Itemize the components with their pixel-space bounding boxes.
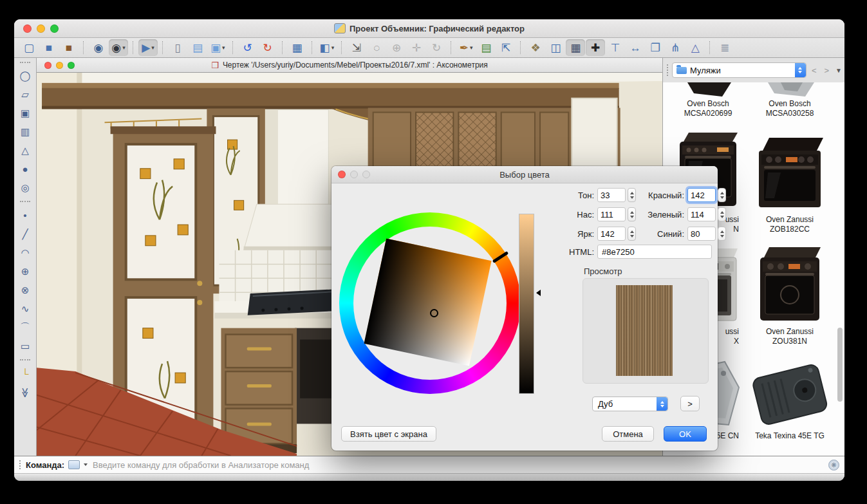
material-select-stepper[interactable] xyxy=(657,397,667,411)
zoom-button[interactable] xyxy=(50,24,59,33)
blue-field-stepper[interactable] xyxy=(718,227,726,241)
rectangle-tool-button[interactable]: ▭ xyxy=(17,339,33,353)
torus-tool-button[interactable]: ◎ xyxy=(17,180,33,195)
saturation-field[interactable] xyxy=(597,207,626,221)
cone-tool-button[interactable]: △ xyxy=(17,143,33,158)
close-button[interactable] xyxy=(23,24,32,33)
hue-field[interactable] xyxy=(597,188,626,202)
arc-tool-button[interactable]: ◠ xyxy=(17,245,33,260)
doc-minimize-button[interactable] xyxy=(56,62,63,69)
command-input[interactable] xyxy=(91,460,825,471)
panel-door-icon: ◫ xyxy=(550,42,561,53)
green-field[interactable] xyxy=(687,207,716,221)
command-history-icon[interactable] xyxy=(68,460,80,469)
ok-button[interactable]: OK xyxy=(664,426,707,442)
view-cube-button[interactable]: ◧▾ xyxy=(317,39,337,56)
point-tool-button[interactable]: • xyxy=(17,208,33,223)
saturation-field-stepper[interactable] xyxy=(628,207,636,221)
textured-cube-button[interactable]: ■ xyxy=(59,39,79,56)
object-height-button[interactable]: ⊤ xyxy=(606,39,625,56)
pick-color-from-screen-button[interactable]: Взять цвет с экрана xyxy=(341,426,436,442)
green-field-stepper[interactable] xyxy=(718,207,726,221)
tile-windows-button[interactable]: ▦ xyxy=(288,39,307,56)
box-tool-icon: ▣ xyxy=(21,107,30,119)
cylinder-tool-button[interactable]: ▥ xyxy=(17,124,33,139)
brightness-slider-marker[interactable] xyxy=(536,290,541,296)
library-item[interactable] xyxy=(751,238,828,328)
preview-label: Просмотр xyxy=(584,266,622,276)
wireframe-cube-button[interactable]: ▢ xyxy=(19,39,39,56)
copy-object-button[interactable]: ❐ xyxy=(646,39,665,56)
panel-door-button[interactable]: ◫ xyxy=(546,39,565,56)
object-width-button[interactable]: ↔ xyxy=(626,39,645,56)
dialog-zoom-button[interactable] xyxy=(362,171,370,178)
brightness-field-label: Ярк: xyxy=(566,229,594,239)
new-document-button[interactable]: ▯ xyxy=(168,39,187,56)
material-select[interactable]: Дуб xyxy=(592,397,668,411)
undo-button[interactable]: ↺ xyxy=(238,39,257,56)
doc-close-button[interactable] xyxy=(44,62,51,69)
library-item[interactable] xyxy=(751,125,828,214)
library-back-button[interactable]: < xyxy=(809,66,819,75)
solid-cube-button[interactable]: ■ xyxy=(39,39,59,56)
fillet-tool-button[interactable]: └ xyxy=(17,366,33,381)
saturation-value-square[interactable] xyxy=(364,238,491,366)
rectangle-tool-icon: ▭ xyxy=(21,341,30,352)
library-item[interactable] xyxy=(751,349,828,438)
command-history-caret-icon[interactable] xyxy=(84,463,88,466)
library-scrollbar-thumb[interactable] xyxy=(837,328,843,402)
html-color-field[interactable] xyxy=(597,245,712,259)
arc3-tool-button[interactable]: ⌒ xyxy=(17,320,33,335)
dimensions-button[interactable]: ▤ xyxy=(476,39,496,56)
object-tree-button[interactable]: ⋔ xyxy=(666,39,685,56)
zoom-region-button[interactable]: ◌ xyxy=(367,39,386,56)
expand-button[interactable]: > xyxy=(680,396,700,411)
grid-table-button[interactable]: ▦ xyxy=(566,39,585,56)
render-settings-button[interactable]: ◉▾ xyxy=(109,39,128,56)
select-frame-button[interactable]: ⇱ xyxy=(496,39,516,56)
brightness-slider[interactable] xyxy=(519,214,534,394)
dropdown-caret-icon: ▾ xyxy=(151,44,154,51)
box-tool-button[interactable]: ▣ xyxy=(17,106,33,120)
open-document-button[interactable]: ▤ xyxy=(188,39,207,56)
red-field[interactable] xyxy=(687,188,716,202)
library-folder-select[interactable]: Муляжи xyxy=(672,62,806,78)
html-color-row: HTML: xyxy=(566,245,712,259)
texture-library-button[interactable]: ❖ xyxy=(526,39,545,56)
sphere-tool-button[interactable]: ● xyxy=(17,162,33,176)
zoom-extents-button[interactable]: ⇲ xyxy=(347,39,366,56)
folder-select-stepper[interactable] xyxy=(795,63,806,77)
command-settings-gear-icon[interactable]: ❋ xyxy=(828,460,839,471)
spline-tool-button[interactable]: ∿ xyxy=(17,301,33,316)
arc-tool-icon: ◠ xyxy=(21,247,29,259)
doc-zoom-button[interactable] xyxy=(68,62,75,69)
window-footer xyxy=(14,473,844,481)
line-tool-button[interactable]: ╱ xyxy=(17,227,33,241)
save-document-button[interactable]: ▣▾ xyxy=(208,39,228,56)
add-object-button[interactable]: ✚ xyxy=(586,39,605,56)
library-forward-button[interactable]: > xyxy=(821,66,832,75)
blue-field[interactable] xyxy=(687,227,716,241)
material-paint-button[interactable]: ✒▾ xyxy=(456,39,476,56)
red-field-stepper[interactable] xyxy=(718,188,726,202)
perspective-view-button[interactable]: ▶▾ xyxy=(138,39,158,56)
ellipsoid-tool-button[interactable]: ◯ xyxy=(17,68,33,83)
redo-button[interactable]: ↻ xyxy=(258,39,277,56)
render-photo-button[interactable]: ◉ xyxy=(89,39,108,56)
dialog-minimize-button[interactable] xyxy=(350,171,358,178)
dialog-close-button[interactable] xyxy=(338,171,346,178)
cancel-button[interactable]: Отмена xyxy=(602,426,654,442)
color-selection-marker[interactable] xyxy=(430,309,438,317)
edit-shape-button[interactable]: △ xyxy=(685,39,705,56)
axis-ellipse-tool-button[interactable]: ⊗ xyxy=(17,283,33,297)
hue-field-stepper[interactable] xyxy=(628,188,636,202)
library-item-label: Oven Bosch MCSA020699 xyxy=(669,99,747,118)
minimize-button[interactable] xyxy=(37,24,45,33)
brightness-field[interactable] xyxy=(597,227,626,241)
database-button[interactable]: ≣ xyxy=(715,39,734,56)
brightness-field-stepper[interactable] xyxy=(628,227,636,241)
rotation-tool-button[interactable]: ⊕ xyxy=(17,264,33,279)
more-tools-button[interactable]: ≫ xyxy=(17,385,33,400)
plane-tool-button[interactable]: ▱ xyxy=(17,87,33,102)
library-more-button[interactable]: ▼ xyxy=(835,67,842,74)
